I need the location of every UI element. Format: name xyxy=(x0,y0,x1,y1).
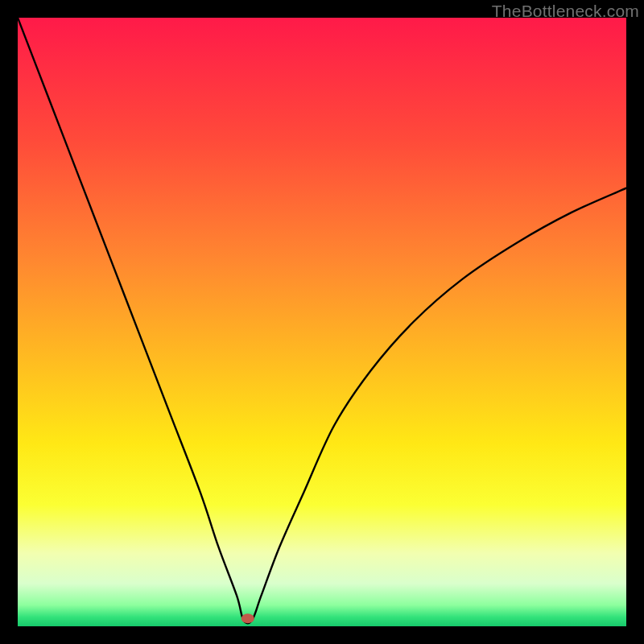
gradient-background xyxy=(18,18,626,626)
watermark-text: TheBottleneck.com xyxy=(492,2,639,21)
optimal-point-marker xyxy=(242,613,254,623)
bottleneck-chart xyxy=(18,18,626,626)
chart-frame xyxy=(18,18,626,626)
